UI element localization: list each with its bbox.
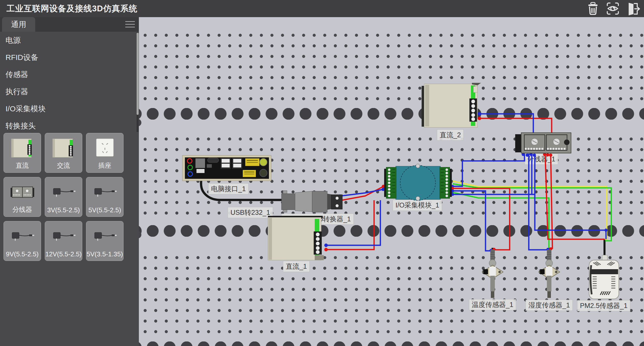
palette-label: 直流	[4, 161, 41, 170]
device-dc-psu-1[interactable]	[268, 216, 324, 260]
sidebar-item-sensor[interactable]: 传感器	[0, 66, 136, 83]
app-window: 工业互联网设备及接线3D仿真系统	[0, 0, 644, 346]
palette-label: 12V(5.5-2.5)	[45, 250, 82, 258]
sidebar-item-power[interactable]: 电源	[0, 32, 136, 49]
adapter-thumbnail	[50, 225, 77, 249]
sidebar-item-rfid[interactable]: RFID设备	[0, 49, 136, 66]
socket-thumbnail	[92, 137, 117, 161]
scrollbar-thumb[interactable]	[137, 33, 139, 115]
adapter-thumbnail	[91, 225, 119, 249]
adapter-thumbnail	[9, 225, 36, 249]
device-temp-sensor[interactable]	[482, 250, 503, 298]
palette-label: 9V(5.5-2.5)	[4, 250, 41, 258]
palette-label: 分线器	[4, 205, 41, 214]
device-palette: 直流 交流	[4, 133, 135, 261]
device-dc-psu-2[interactable]	[422, 83, 481, 127]
palette-label: 3V(5.5-2.5)	[45, 206, 82, 214]
delete-icon[interactable]	[586, 2, 600, 16]
palette-label: 5V(5.5-2.5)	[86, 206, 123, 214]
device-humidity-sensor[interactable]	[539, 250, 560, 298]
palette-item-12v-adapter[interactable]: 12V(5.5-2.5)	[45, 221, 82, 261]
app-title: 工业互联网设备及接线3D仿真系统	[7, 3, 137, 14]
sidebar: 通用 电源 RFID设备 传感器 执行器 I/O采集模块 转换接头	[0, 17, 139, 346]
exit-icon[interactable]	[626, 2, 640, 16]
title-bar: 工业互联网设备及接线3D仿真系统	[0, 0, 644, 17]
device-rs232-485-converter[interactable]	[281, 191, 342, 212]
palette-item-3v-adapter[interactable]: 3V(5.5-2.5)	[45, 177, 82, 217]
palette-item-splitter[interactable]: 分线器	[4, 177, 41, 217]
palette-label: 5V(3.5-1.35)	[86, 250, 123, 258]
device-io-module[interactable]	[384, 164, 452, 200]
device-pc-io-panel[interactable]	[182, 155, 271, 181]
ac-psu-thumbnail	[51, 137, 76, 161]
wire-red[interactable]	[549, 154, 552, 248]
category-menu: 电源 RFID设备 传感器 执行器 I/O采集模块 转换接头	[0, 32, 136, 134]
palette-item-ac[interactable]: 交流	[45, 133, 82, 173]
device-splitter[interactable]	[515, 133, 571, 153]
palette-item-9v-adapter[interactable]: 9V(5.5-2.5)	[4, 221, 41, 261]
adapter-thumbnail	[91, 181, 119, 205]
tab-general[interactable]: 通用	[2, 17, 35, 32]
wire-blue[interactable]	[453, 154, 525, 186]
header-toolbar	[586, 2, 640, 16]
wire-blue[interactable]	[339, 189, 383, 196]
menu-icon[interactable]	[125, 21, 135, 28]
preview-icon[interactable]	[606, 2, 620, 16]
sidebar-item-io-module[interactable]: I/O采集模块	[0, 100, 136, 117]
sidebar-item-converter[interactable]: 转换接头	[0, 117, 136, 134]
dc-psu-thumbnail	[10, 137, 35, 161]
palette-item-5v-adapter[interactable]: 5V(5.5-2.5)	[86, 177, 124, 217]
sidebar-tabstrip: 通用	[0, 17, 139, 32]
palette-item-5v-slim-adapter[interactable]: 5V(3.5-1.35)	[86, 221, 124, 261]
wire-red[interactable]	[545, 154, 605, 239]
palette-label: 插座	[86, 161, 123, 170]
wire-blue[interactable]	[453, 191, 491, 251]
palette-label: 交流	[45, 161, 82, 170]
sidebar-item-actuator[interactable]: 执行器	[0, 83, 136, 100]
sidebar-scrollbar[interactable]	[137, 32, 139, 132]
adapter-thumbnail	[50, 181, 77, 205]
device-pm25-sensor[interactable]	[589, 255, 619, 299]
palette-item-dc[interactable]: 直流	[4, 133, 41, 173]
splitter-thumbnail	[9, 181, 36, 205]
palette-item-socket[interactable]: 插座	[86, 133, 124, 173]
